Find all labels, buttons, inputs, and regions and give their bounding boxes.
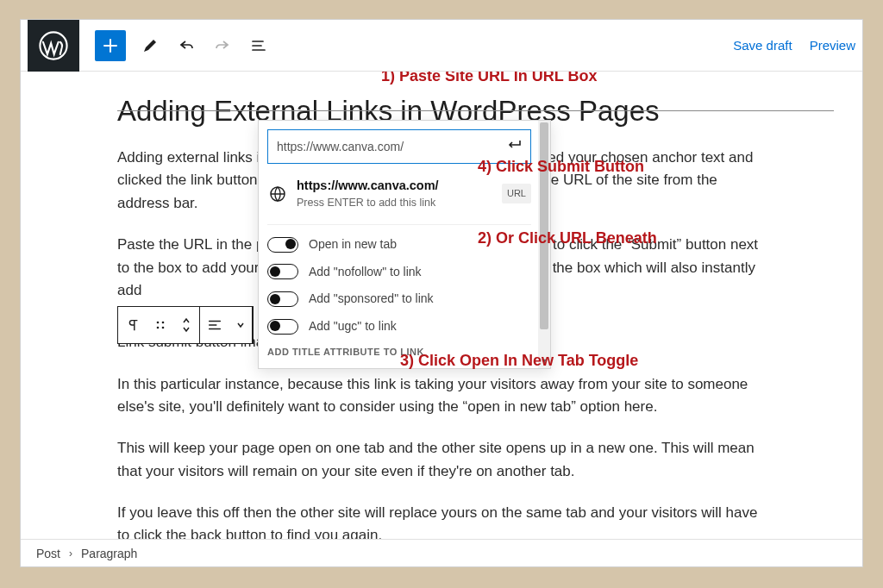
link-option-toggle[interactable]: Add "nofollow" to link [267,263,531,282]
toggle-label: Add "sponsored" to link [309,290,434,309]
redo-button[interactable] [212,35,233,56]
toggle-label: Add "ugc" to link [309,317,397,336]
list-icon [250,37,267,54]
globe-icon [267,184,288,204]
plus-icon [102,37,119,54]
block-type-button[interactable] [118,307,147,343]
pilcrow-icon [125,317,141,333]
drag-icon [154,319,166,331]
chevron-right-icon: › [69,547,72,560]
toggle-label: Add "nofollow" to link [309,263,422,282]
toggle-switch[interactable] [267,319,298,335]
breadcrumb-item[interactable]: Paragraph [81,547,137,560]
outline-button[interactable] [248,35,269,56]
wordpress-logo[interactable] [28,20,79,72]
enter-icon [506,139,522,151]
scroll-thumb[interactable] [540,122,548,329]
url-badge: URL [502,184,531,203]
align-icon [207,317,222,333]
block-toolbar [117,306,254,344]
paragraph[interactable]: This will keep your page open on one tab… [117,437,766,483]
undo-button[interactable] [176,35,197,56]
suggestion-url: https://www.canva.com/ [297,176,495,195]
annotation-4: 4) Click Submit Button [478,155,644,179]
pencil-icon [141,37,159,54]
toggle-switch[interactable] [267,264,298,279]
svg-point-3 [157,327,160,329]
add-block-button[interactable] [95,30,126,61]
annotation-1: 1) Paste Site URL In URL Box [381,72,597,89]
drag-handle[interactable] [147,307,173,343]
toggle-label: Open in new tab [309,235,397,254]
link-option-toggle[interactable]: Add "sponsored" to link [267,290,531,309]
paragraph[interactable]: If you leave this off then the other sit… [117,502,766,539]
editor-content: Adding External Links in WordPress Pages… [21,72,862,539]
chevron-down-icon [236,321,245,329]
edit-tool-button[interactable] [140,35,160,56]
url-input[interactable] [277,140,499,153]
annotation-2: 2) Or Click URL Beneath [478,227,657,251]
editor-frame: Save draft Preview Adding External Links… [20,19,863,567]
breadcrumb-item[interactable]: Post [36,547,60,560]
toggle-switch[interactable] [267,291,298,307]
move-up-down[interactable] [173,307,199,343]
redo-icon [214,37,231,54]
preview-link[interactable]: Preview [810,38,855,53]
toggle-switch[interactable] [267,237,298,253]
svg-point-2 [162,322,165,324]
save-draft-link[interactable]: Save draft [733,38,792,53]
svg-point-4 [162,327,165,329]
url-suggestion[interactable]: https://www.canva.com/ Press ENTER to ad… [267,176,531,225]
align-dropdown[interactable] [229,307,252,343]
breadcrumb: Post › Paragraph [21,539,862,566]
link-option-toggle[interactable]: Add "ugc" to link [267,317,531,336]
top-toolbar: Save draft Preview [21,20,862,72]
heading-rule [117,110,834,111]
paragraph[interactable]: In this particular instance, because thi… [117,373,766,419]
annotation-3: 3) Click Open In New Tab Toggle [400,349,638,373]
chevrons-icon [180,316,192,334]
wordpress-icon [39,31,68,60]
undo-icon [178,37,195,54]
suggestion-hint: Press ENTER to add this link [297,195,495,211]
svg-point-1 [157,322,160,324]
align-button[interactable] [200,307,229,343]
